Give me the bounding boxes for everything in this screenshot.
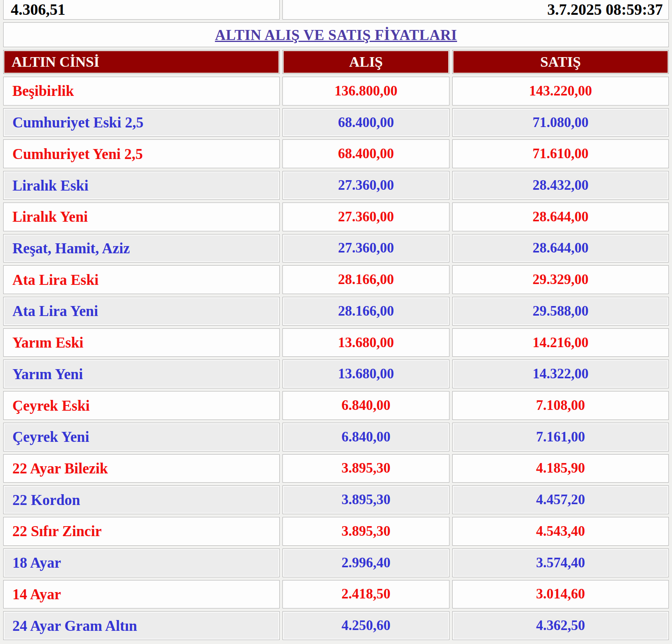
- row-name: Yarım Yeni: [3, 360, 280, 388]
- table-row: Cumhuriyet Eski 2,5 68.400,00 71.080,00: [3, 108, 669, 137]
- column-header-type: ALTIN CİNSİ: [3, 50, 280, 74]
- row-sell-value: 4.185,90: [452, 454, 669, 483]
- table-row: Reşat, Hamit, Aziz 27.360,00 28.644,00: [3, 234, 669, 263]
- row-buy-value: 68.400,00: [282, 139, 449, 168]
- timestamp: 3.7.2025 08:59:37: [282, 0, 669, 20]
- row-sell-value: 4.362,50: [452, 611, 669, 640]
- row-name: 22 Ayar Bilezik: [3, 454, 280, 483]
- row-sell-value: 14.322,00: [452, 360, 669, 388]
- row-sell-value: 3.014,60: [452, 580, 669, 609]
- column-header-buy: ALIŞ: [282, 50, 449, 74]
- row-sell-value: 3.574,40: [452, 549, 669, 577]
- row-sell-value: 7.108,00: [452, 391, 669, 420]
- row-buy-value: 6.840,00: [282, 391, 449, 420]
- table-row: Yarım Eski 13.680,00 14.216,00: [3, 328, 669, 357]
- row-sell-value: 71.080,00: [452, 108, 669, 137]
- row-name: Liralık Yeni: [3, 203, 280, 231]
- table-row: Ata Lira Yeni 28.166,00 29.588,00: [3, 297, 669, 326]
- table-row: Beşibirlik 136.800,00 143.220,00: [3, 77, 669, 105]
- table-row: Yarım Yeni 13.680,00 14.322,00: [3, 360, 669, 388]
- row-name: Cumhuriyet Yeni 2,5: [3, 139, 280, 168]
- row-name: Ata Lira Yeni: [3, 297, 280, 326]
- table-row: 18 Ayar 2.996,40 3.574,40: [3, 549, 669, 577]
- row-name: Cumhuriyet Eski 2,5: [3, 108, 280, 137]
- row-buy-value: 13.680,00: [282, 360, 449, 388]
- page-title-link[interactable]: ALTIN ALIŞ VE SATIŞ FİYATLARI: [215, 26, 457, 44]
- row-buy-value: 3.895,30: [282, 517, 449, 546]
- row-sell-value: 143.220,00: [452, 77, 669, 105]
- row-buy-value: 28.166,00: [282, 265, 449, 294]
- gram-gold-value: 4.306,51: [3, 0, 280, 20]
- row-sell-value: 4.457,20: [452, 485, 669, 514]
- table-row: 22 Kordon 3.895,30 4.457,20: [3, 485, 669, 514]
- row-buy-value: 2.996,40: [282, 549, 449, 577]
- row-sell-value: 71.610,00: [452, 139, 669, 168]
- table-row: 22 Ayar Bilezik 3.895,30 4.185,90: [3, 454, 669, 483]
- row-sell-value: 28.644,00: [452, 234, 669, 263]
- row-buy-value: 6.840,00: [282, 423, 449, 451]
- row-sell-value: 4.543,40: [452, 517, 669, 546]
- table-row: Cumhuriyet Yeni 2,5 68.400,00 71.610,00: [3, 139, 669, 168]
- table-row: Ata Lira Eski 28.166,00 29.329,00: [3, 265, 669, 294]
- row-name: Ata Lira Eski: [3, 265, 280, 294]
- row-buy-value: 68.400,00: [282, 108, 449, 137]
- table-body: Beşibirlik 136.800,00 143.220,00 Cumhuri…: [3, 77, 669, 640]
- row-buy-value: 13.680,00: [282, 328, 449, 357]
- row-sell-value: 28.432,00: [452, 171, 669, 200]
- row-name: Çeyrek Eski: [3, 391, 280, 420]
- row-buy-value: 4.250,60: [282, 611, 449, 640]
- row-sell-value: 28.644,00: [452, 203, 669, 231]
- table-row: 14 Ayar 2.418,50 3.014,60: [3, 580, 669, 609]
- row-name: 18 Ayar: [3, 549, 280, 577]
- column-header-sell: SATIŞ: [452, 50, 669, 74]
- table-row: Çeyrek Eski 6.840,00 7.108,00: [3, 391, 669, 420]
- row-name: 24 Ayar Gram Altın: [3, 611, 280, 640]
- table-row: Liralık Eski 27.360,00 28.432,00: [3, 171, 669, 200]
- table-row: Liralık Yeni 27.360,00 28.644,00: [3, 203, 669, 231]
- title-cell: ALTIN ALIŞ VE SATIŞ FİYATLARI: [3, 22, 669, 47]
- row-buy-value: 3.895,30: [282, 485, 449, 514]
- table-row: 24 Ayar Gram Altın 4.250,60 4.362,50: [3, 611, 669, 640]
- row-sell-value: 29.588,00: [452, 297, 669, 326]
- row-name: Çeyrek Yeni: [3, 423, 280, 451]
- table-row: Çeyrek Yeni 6.840,00 7.161,00: [3, 423, 669, 451]
- row-buy-value: 28.166,00: [282, 297, 449, 326]
- row-sell-value: 7.161,00: [452, 423, 669, 451]
- row-buy-value: 3.895,30: [282, 454, 449, 483]
- row-buy-value: 27.360,00: [282, 171, 449, 200]
- row-name: 14 Ayar: [3, 580, 280, 609]
- timestamp-text: 3.7.2025 08:59:37: [547, 0, 663, 18]
- row-sell-value: 14.216,00: [452, 328, 669, 357]
- row-buy-value: 2.418,50: [282, 580, 449, 609]
- title-bar: ALTIN ALIŞ VE SATIŞ FİYATLARI: [3, 22, 669, 47]
- row-name: Liralık Eski: [3, 171, 280, 200]
- table-header-row: ALTIN CİNSİ ALIŞ SATIŞ: [3, 50, 669, 74]
- row-name: 22 Kordon: [3, 485, 280, 514]
- row-buy-value: 136.800,00: [282, 77, 449, 105]
- row-name: Yarım Eski: [3, 328, 280, 357]
- gram-gold-value-text: 4.306,51: [11, 0, 66, 18]
- row-name: 22 Sıfır Zincir: [3, 517, 280, 546]
- table-row: 22 Sıfır Zincir 3.895,30 4.543,40: [3, 517, 669, 546]
- row-name: Beşibirlik: [3, 77, 280, 105]
- row-buy-value: 27.360,00: [282, 234, 449, 263]
- top-bar: 4.306,51 3.7.2025 08:59:37: [3, 0, 669, 20]
- row-name: Reşat, Hamit, Aziz: [3, 234, 280, 263]
- gold-prices-page: 4.306,51 3.7.2025 08:59:37 ALTIN ALIŞ VE…: [0, 0, 672, 644]
- row-sell-value: 29.329,00: [452, 265, 669, 294]
- row-buy-value: 27.360,00: [282, 203, 449, 231]
